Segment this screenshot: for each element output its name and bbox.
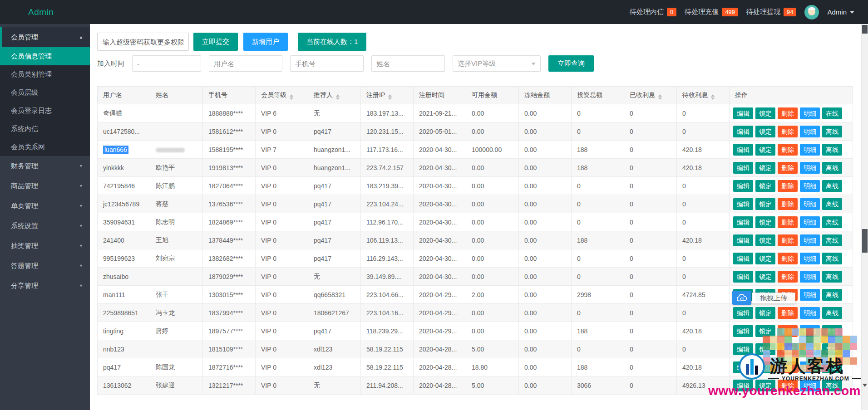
sidebar-item-0[interactable]: 会员信息管理 xyxy=(0,47,90,65)
edit-button[interactable]: 编辑 xyxy=(733,162,753,174)
sidebar-group-7[interactable]: 分享管理▼ xyxy=(0,276,90,296)
lock-button[interactable]: 锁定 xyxy=(755,162,775,174)
edit-button[interactable]: 编辑 xyxy=(733,325,753,337)
scrollbar-down-arrow[interactable] xyxy=(863,384,867,387)
delete-button[interactable]: 删除 xyxy=(778,343,798,355)
status-button[interactable]: 离线 xyxy=(822,144,842,156)
add-user-button[interactable]: 新增用户 xyxy=(243,33,288,51)
detail-button[interactable]: 明细 xyxy=(800,180,820,192)
lock-button[interactable]: 锁定 xyxy=(755,198,775,210)
delete-button[interactable]: 删除 xyxy=(778,234,798,246)
delete-button[interactable]: 删除 xyxy=(778,162,798,174)
detail-button[interactable]: 明细 xyxy=(800,289,820,301)
lock-button[interactable]: 锁定 xyxy=(755,271,775,283)
sidebar-item-1[interactable]: 会员类别管理 xyxy=(0,65,90,83)
edit-button[interactable]: 编辑 xyxy=(733,361,753,373)
query-button[interactable]: 立即查询 xyxy=(548,55,594,72)
detail-button[interactable]: 明细 xyxy=(800,343,820,355)
column-header[interactable]: 已收利息 xyxy=(624,87,677,104)
delete-button[interactable]: 删除 xyxy=(778,307,798,319)
lock-button[interactable]: 锁定 xyxy=(755,325,775,337)
lock-button[interactable]: 锁定 xyxy=(755,216,775,228)
sidebar-group-0[interactable]: 会员管理▲ xyxy=(0,27,90,47)
delete-button[interactable]: 删除 xyxy=(778,126,798,137)
delete-button[interactable]: 删除 xyxy=(778,198,798,210)
sidebar-group-1[interactable]: 财务管理▼ xyxy=(0,156,90,176)
detail-button[interactable]: 明细 xyxy=(800,198,820,210)
lock-button[interactable]: 锁定 xyxy=(755,144,775,156)
status-button[interactable]: 离线 xyxy=(822,289,842,301)
sort-icon[interactable] xyxy=(388,94,392,100)
user-menu[interactable]: Admin xyxy=(827,8,854,16)
delete-button[interactable]: 删除 xyxy=(778,107,798,119)
scrollbar-thumb-top[interactable] xyxy=(862,25,868,34)
join-time-input[interactable] xyxy=(132,55,201,72)
edit-button[interactable]: 编辑 xyxy=(733,253,753,264)
status-button[interactable]: 离线 xyxy=(822,162,842,174)
sort-icon[interactable] xyxy=(290,94,293,100)
delete-button[interactable]: 删除 xyxy=(778,271,798,283)
status-button[interactable]: 在线 xyxy=(822,107,842,119)
detail-button[interactable]: 明细 xyxy=(800,126,820,137)
sidebar-group-3[interactable]: 单页管理▼ xyxy=(0,196,90,216)
status-button[interactable]: 离线 xyxy=(822,380,842,391)
lock-button[interactable]: 锁定 xyxy=(755,380,775,391)
edit-button[interactable]: 编辑 xyxy=(733,271,753,283)
upload-cloud-icon[interactable] xyxy=(732,291,751,305)
edit-button[interactable]: 编辑 xyxy=(733,343,753,355)
pending-item[interactable]: 待处理提现94 xyxy=(746,8,796,16)
edit-button[interactable]: 编辑 xyxy=(733,144,753,156)
column-header[interactable]: 待收利息 xyxy=(677,87,730,104)
delete-button[interactable]: 删除 xyxy=(778,216,798,228)
delete-button[interactable]: 删除 xyxy=(778,253,798,264)
column-header[interactable]: 推荐人 xyxy=(308,87,361,104)
sidebar-group-2[interactable]: 商品管理▼ xyxy=(0,176,90,196)
status-button[interactable]: 离线 xyxy=(822,198,842,210)
pending-item[interactable]: 待处理充值499 xyxy=(685,8,738,16)
status-button[interactable]: 离线 xyxy=(822,361,842,373)
delete-button[interactable]: 删除 xyxy=(778,180,798,192)
edit-button[interactable]: 编辑 xyxy=(733,126,753,137)
detail-button[interactable]: 明细 xyxy=(800,107,820,119)
avatar[interactable] xyxy=(804,5,819,20)
edit-button[interactable]: 编辑 xyxy=(733,198,753,210)
lock-button[interactable]: 锁定 xyxy=(755,253,775,264)
lock-button[interactable]: 锁定 xyxy=(755,307,775,319)
delete-button[interactable]: 删除 xyxy=(778,380,798,391)
sidebar-group-5[interactable]: 抽奖管理▼ xyxy=(0,236,90,256)
vip-level-select[interactable]: 选择VIP等级 xyxy=(453,55,541,72)
status-button[interactable]: 离线 xyxy=(822,180,842,192)
column-header[interactable]: 注册IP xyxy=(361,87,414,104)
detail-button[interactable]: 明细 xyxy=(800,234,820,246)
sort-icon[interactable] xyxy=(711,94,715,100)
submit-button[interactable]: 立即提交 xyxy=(193,33,238,51)
lock-button[interactable]: 锁定 xyxy=(755,361,775,373)
drag-upload-widget[interactable]: 拖拽上传 xyxy=(732,291,795,305)
edit-button[interactable]: 编辑 xyxy=(733,234,753,246)
sidebar-group-4[interactable]: 系统设置▼ xyxy=(0,216,90,236)
lock-button[interactable]: 锁定 xyxy=(755,343,775,355)
sidebar-item-3[interactable]: 会员登录日志 xyxy=(0,102,90,120)
detail-button[interactable]: 明细 xyxy=(800,253,820,264)
username-input[interactable] xyxy=(209,55,282,72)
sort-icon[interactable] xyxy=(658,94,662,100)
delete-button[interactable]: 删除 xyxy=(778,361,798,373)
detail-button[interactable]: 明细 xyxy=(800,144,820,156)
status-button[interactable]: 离线 xyxy=(822,325,842,337)
sidebar-item-2[interactable]: 会员层级 xyxy=(0,83,90,102)
detail-button[interactable]: 明细 xyxy=(800,216,820,228)
status-button[interactable]: 离线 xyxy=(822,271,842,283)
status-button[interactable]: 离线 xyxy=(822,307,842,319)
detail-button[interactable]: 明细 xyxy=(800,325,820,337)
edit-button[interactable]: 编辑 xyxy=(733,380,753,391)
edit-button[interactable]: 编辑 xyxy=(733,216,753,228)
status-button[interactable]: 离线 xyxy=(822,343,842,355)
scrollbar-thumb[interactable] xyxy=(862,229,868,253)
detail-button[interactable]: 明细 xyxy=(800,361,820,373)
lock-button[interactable]: 锁定 xyxy=(755,107,775,119)
edit-button[interactable]: 编辑 xyxy=(733,307,753,319)
detail-button[interactable]: 明细 xyxy=(800,271,820,283)
name-input[interactable] xyxy=(371,55,445,72)
delete-button[interactable]: 删除 xyxy=(778,325,798,337)
detail-button[interactable]: 明细 xyxy=(800,380,820,391)
